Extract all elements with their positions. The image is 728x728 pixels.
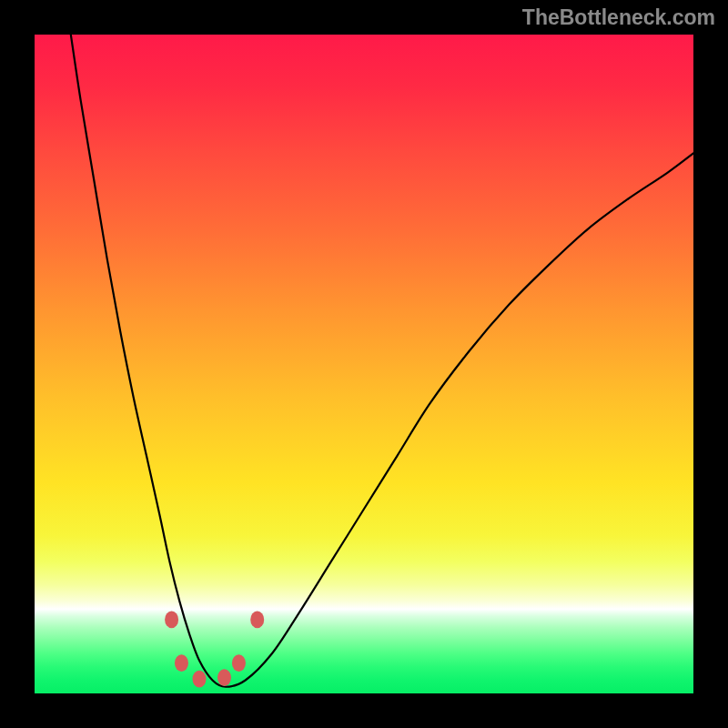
marker-group [165,612,264,688]
curve-marker [232,654,246,672]
curve-marker [175,654,188,672]
watermark-text: TheBottleneck.com [522,5,715,30]
bottleneck-curve [71,35,693,687]
curve-marker [165,612,178,629]
plot-area [35,35,693,693]
curve-marker [217,669,231,686]
outer-frame: TheBottleneck.com [0,0,728,728]
curve-marker [250,612,264,629]
curve-marker [193,671,207,688]
chart-svg [35,35,693,693]
